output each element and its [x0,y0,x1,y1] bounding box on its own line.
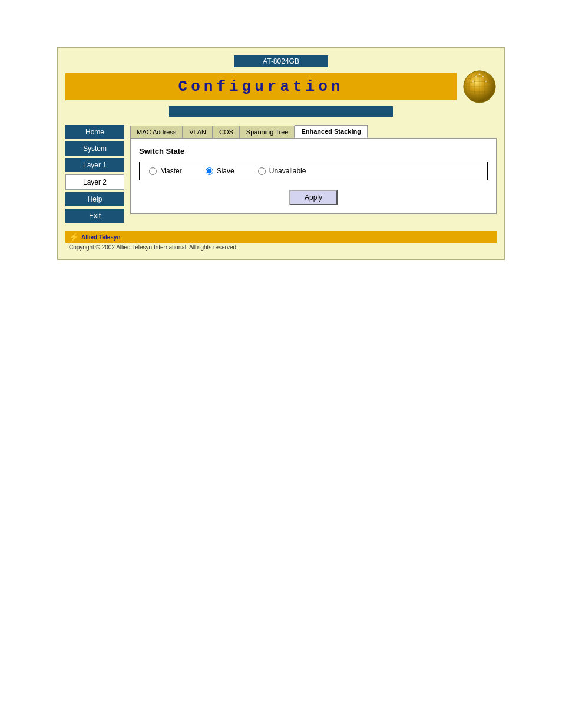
svg-point-11 [472,81,474,82]
radio-master-input[interactable] [149,167,157,175]
radio-master[interactable]: Master [149,167,182,175]
device-label: AT-8024GB [234,55,328,67]
sidebar-item-layer2[interactable]: Layer 2 [65,174,124,190]
title-area: AT-8024GB Configuration [65,55,497,117]
apply-row: Apply [139,190,488,205]
svg-point-10 [485,81,487,82]
content-area: MAC Address VLAN COS Spanning Tree Enhan… [130,125,497,223]
radio-master-label: Master [160,167,182,175]
switch-state-box: Master Slave Unavailable [139,162,488,180]
svg-point-9 [475,76,477,77]
blue-bar [169,106,393,117]
radio-unavailable[interactable]: Unavailable [258,167,306,175]
globe-icon [462,70,497,104]
radio-slave-label: Slave [217,167,234,175]
sidebar: Home System Layer 1 Layer 2 Help Exit [65,125,124,223]
radio-unavailable-input[interactable] [258,167,266,175]
svg-point-8 [482,76,484,77]
radio-slave[interactable]: Slave [206,167,234,175]
tabs-row: MAC Address VLAN COS Spanning Tree Enhan… [130,125,497,138]
apply-button[interactable]: Apply [289,190,338,205]
radio-unavailable-label: Unavailable [269,167,306,175]
tab-content: Switch State Master Slave Unavailable [130,138,497,214]
logo-text: Allied Telesyn [81,234,121,241]
tab-mac-address[interactable]: MAC Address [130,126,183,138]
copyright-text: Copyright © 2002 Allied Telesyn Internat… [69,244,238,251]
footer-logo: ⚡ Allied Telesyn [69,232,121,242]
sidebar-item-exit[interactable]: Exit [65,209,124,223]
sidebar-item-system[interactable]: System [65,141,124,156]
tab-enhanced-stacking[interactable]: Enhanced Stacking [295,125,367,138]
page-title: Configuration [65,73,457,100]
tab-spanning-tree[interactable]: Spanning Tree [240,126,295,138]
body-layout: Home System Layer 1 Layer 2 Help Exit MA… [65,125,497,223]
svg-point-7 [479,74,481,75]
logo-icon: ⚡ [69,232,79,242]
section-title: Switch State [139,147,488,156]
footer-bar: ⚡ Allied Telesyn [65,231,497,243]
sidebar-item-layer1[interactable]: Layer 1 [65,158,124,172]
main-panel: AT-8024GB Configuration [57,47,505,260]
sidebar-item-help[interactable]: Help [65,192,124,206]
radio-slave-input[interactable] [206,167,213,175]
copyright-bar: Copyright © 2002 Allied Telesyn Internat… [65,243,497,252]
tab-cos[interactable]: COS [213,126,240,138]
tab-vlan[interactable]: VLAN [183,126,213,138]
sidebar-item-home[interactable]: Home [65,125,124,139]
